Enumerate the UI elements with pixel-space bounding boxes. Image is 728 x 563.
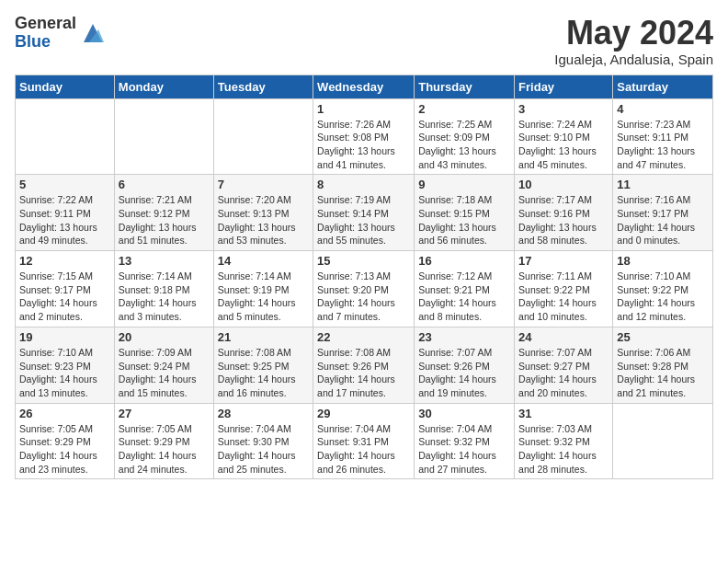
day-info: Sunrise: 7:07 AM Sunset: 9:26 PM Dayligh…: [418, 346, 510, 400]
day-info: Sunrise: 7:23 AM Sunset: 9:11 PM Dayligh…: [617, 118, 709, 172]
calendar-cell: 13Sunrise: 7:14 AM Sunset: 9:18 PM Dayli…: [114, 251, 213, 327]
calendar-cell: 2Sunrise: 7:25 AM Sunset: 9:09 PM Daylig…: [415, 98, 515, 175]
calendar-cell: 18Sunrise: 7:10 AM Sunset: 9:22 PM Dayli…: [613, 251, 713, 327]
day-info: Sunrise: 7:15 AM Sunset: 9:17 PM Dayligh…: [19, 270, 110, 324]
calendar-cell: 30Sunrise: 7:04 AM Sunset: 9:32 PM Dayli…: [415, 403, 515, 479]
calendar-cell: 11Sunrise: 7:16 AM Sunset: 9:17 PM Dayli…: [613, 175, 713, 251]
calendar-cell: 20Sunrise: 7:09 AM Sunset: 9:24 PM Dayli…: [114, 327, 213, 403]
day-info: Sunrise: 7:04 AM Sunset: 9:31 PM Dayligh…: [317, 422, 410, 477]
month-title: May 2024: [554, 15, 713, 52]
calendar-cell: 22Sunrise: 7:08 AM Sunset: 9:26 PM Dayli…: [313, 327, 415, 403]
calendar-header-tuesday: Tuesday: [213, 75, 313, 98]
calendar-header-saturday: Saturday: [613, 75, 713, 98]
calendar-cell: 17Sunrise: 7:11 AM Sunset: 9:22 PM Dayli…: [515, 251, 613, 327]
day-number: 16: [418, 254, 510, 268]
calendar-header-row: SundayMondayTuesdayWednesdayThursdayFrid…: [16, 75, 713, 98]
day-number: 20: [119, 330, 210, 344]
calendar-cell: 27Sunrise: 7:05 AM Sunset: 9:29 PM Dayli…: [114, 403, 213, 479]
calendar-cell: [613, 403, 713, 479]
day-info: Sunrise: 7:08 AM Sunset: 9:26 PM Dayligh…: [317, 346, 410, 400]
calendar-week-row: 12Sunrise: 7:15 AM Sunset: 9:17 PM Dayli…: [16, 251, 713, 327]
day-number: 6: [119, 178, 210, 191]
day-info: Sunrise: 7:10 AM Sunset: 9:23 PM Dayligh…: [19, 346, 110, 400]
day-info: Sunrise: 7:20 AM Sunset: 9:13 PM Dayligh…: [218, 193, 309, 247]
day-number: 24: [518, 330, 609, 344]
calendar-cell: 29Sunrise: 7:04 AM Sunset: 9:31 PM Dayli…: [313, 403, 415, 479]
day-info: Sunrise: 7:06 AM Sunset: 9:28 PM Dayligh…: [617, 346, 709, 400]
day-info: Sunrise: 7:04 AM Sunset: 9:30 PM Dayligh…: [218, 422, 309, 477]
calendar-week-row: 19Sunrise: 7:10 AM Sunset: 9:23 PM Dayli…: [16, 327, 713, 403]
calendar-cell: 7Sunrise: 7:20 AM Sunset: 9:13 PM Daylig…: [213, 175, 313, 251]
day-number: 10: [518, 178, 609, 191]
day-info: Sunrise: 7:03 AM Sunset: 9:32 PM Dayligh…: [518, 422, 609, 477]
day-number: 31: [518, 407, 609, 420]
calendar-cell: 3Sunrise: 7:24 AM Sunset: 9:10 PM Daylig…: [515, 98, 613, 175]
day-number: 18: [617, 254, 709, 268]
day-info: Sunrise: 7:05 AM Sunset: 9:29 PM Dayligh…: [19, 422, 110, 477]
day-number: 2: [418, 102, 510, 116]
calendar-cell: 14Sunrise: 7:14 AM Sunset: 9:19 PM Dayli…: [213, 251, 313, 327]
day-info: Sunrise: 7:12 AM Sunset: 9:21 PM Dayligh…: [418, 270, 510, 324]
day-info: Sunrise: 7:10 AM Sunset: 9:22 PM Dayligh…: [617, 270, 709, 324]
location: Igualeja, Andalusia, Spain: [554, 52, 713, 67]
calendar-cell: [16, 98, 115, 175]
calendar-cell: 31Sunrise: 7:03 AM Sunset: 9:32 PM Dayli…: [515, 403, 613, 479]
day-number: 9: [418, 178, 510, 191]
calendar-cell: 23Sunrise: 7:07 AM Sunset: 9:26 PM Dayli…: [415, 327, 515, 403]
calendar-cell: 12Sunrise: 7:15 AM Sunset: 9:17 PM Dayli…: [16, 251, 115, 327]
day-number: 21: [218, 330, 309, 344]
calendar: SundayMondayTuesdayWednesdayThursdayFrid…: [15, 75, 713, 480]
calendar-week-row: 5Sunrise: 7:22 AM Sunset: 9:11 PM Daylig…: [16, 175, 713, 251]
calendar-cell: 25Sunrise: 7:06 AM Sunset: 9:28 PM Dayli…: [613, 327, 713, 403]
day-number: 25: [617, 330, 709, 344]
day-number: 22: [317, 330, 410, 344]
day-number: 27: [119, 407, 210, 420]
day-number: 17: [518, 254, 609, 268]
day-info: Sunrise: 7:24 AM Sunset: 9:10 PM Dayligh…: [518, 118, 609, 172]
calendar-cell: 6Sunrise: 7:21 AM Sunset: 9:12 PM Daylig…: [114, 175, 213, 251]
calendar-cell: 26Sunrise: 7:05 AM Sunset: 9:29 PM Dayli…: [16, 403, 115, 479]
day-number: 1: [317, 102, 410, 116]
logo-blue: Blue: [15, 33, 76, 52]
day-info: Sunrise: 7:11 AM Sunset: 9:22 PM Dayligh…: [518, 270, 609, 324]
calendar-cell: 5Sunrise: 7:22 AM Sunset: 9:11 PM Daylig…: [16, 175, 115, 251]
day-number: 3: [518, 102, 609, 116]
logo-text: General Blue: [15, 15, 76, 52]
day-info: Sunrise: 7:26 AM Sunset: 9:08 PM Dayligh…: [317, 118, 410, 172]
day-number: 14: [218, 254, 309, 268]
calendar-header-thursday: Thursday: [415, 75, 515, 98]
calendar-cell: 15Sunrise: 7:13 AM Sunset: 9:20 PM Dayli…: [313, 251, 415, 327]
day-info: Sunrise: 7:07 AM Sunset: 9:27 PM Dayligh…: [518, 346, 609, 400]
day-number: 12: [19, 254, 110, 268]
day-number: 28: [218, 407, 309, 420]
day-info: Sunrise: 7:13 AM Sunset: 9:20 PM Dayligh…: [317, 270, 410, 324]
calendar-header-wednesday: Wednesday: [313, 75, 415, 98]
day-info: Sunrise: 7:14 AM Sunset: 9:19 PM Dayligh…: [218, 270, 309, 324]
day-number: 13: [119, 254, 210, 268]
page-header: General Blue May 2024 Igualeja, Andalusi…: [15, 15, 713, 67]
title-block: May 2024 Igualeja, Andalusia, Spain: [554, 15, 713, 67]
day-number: 8: [317, 178, 410, 191]
logo: General Blue: [15, 15, 106, 52]
day-number: 15: [317, 254, 410, 268]
calendar-cell: 28Sunrise: 7:04 AM Sunset: 9:30 PM Dayli…: [213, 403, 313, 479]
calendar-cell: 8Sunrise: 7:19 AM Sunset: 9:14 PM Daylig…: [313, 175, 415, 251]
day-number: 11: [617, 178, 709, 191]
calendar-cell: 24Sunrise: 7:07 AM Sunset: 9:27 PM Dayli…: [515, 327, 613, 403]
calendar-cell: 16Sunrise: 7:12 AM Sunset: 9:21 PM Dayli…: [415, 251, 515, 327]
day-info: Sunrise: 7:14 AM Sunset: 9:18 PM Dayligh…: [119, 270, 210, 324]
day-info: Sunrise: 7:22 AM Sunset: 9:11 PM Dayligh…: [19, 193, 110, 247]
day-info: Sunrise: 7:05 AM Sunset: 9:29 PM Dayligh…: [119, 422, 210, 477]
day-number: 19: [19, 330, 110, 344]
calendar-cell: 4Sunrise: 7:23 AM Sunset: 9:11 PM Daylig…: [613, 98, 713, 175]
day-info: Sunrise: 7:19 AM Sunset: 9:14 PM Dayligh…: [317, 193, 410, 247]
calendar-cell: 10Sunrise: 7:17 AM Sunset: 9:16 PM Dayli…: [515, 175, 613, 251]
calendar-week-row: 1Sunrise: 7:26 AM Sunset: 9:08 PM Daylig…: [16, 98, 713, 175]
calendar-cell: 19Sunrise: 7:10 AM Sunset: 9:23 PM Dayli…: [16, 327, 115, 403]
day-info: Sunrise: 7:18 AM Sunset: 9:15 PM Dayligh…: [418, 193, 510, 247]
calendar-cell: [213, 98, 313, 175]
calendar-header-monday: Monday: [114, 75, 213, 98]
calendar-week-row: 26Sunrise: 7:05 AM Sunset: 9:29 PM Dayli…: [16, 403, 713, 479]
calendar-cell: [114, 98, 213, 175]
day-info: Sunrise: 7:08 AM Sunset: 9:25 PM Dayligh…: [218, 346, 309, 400]
